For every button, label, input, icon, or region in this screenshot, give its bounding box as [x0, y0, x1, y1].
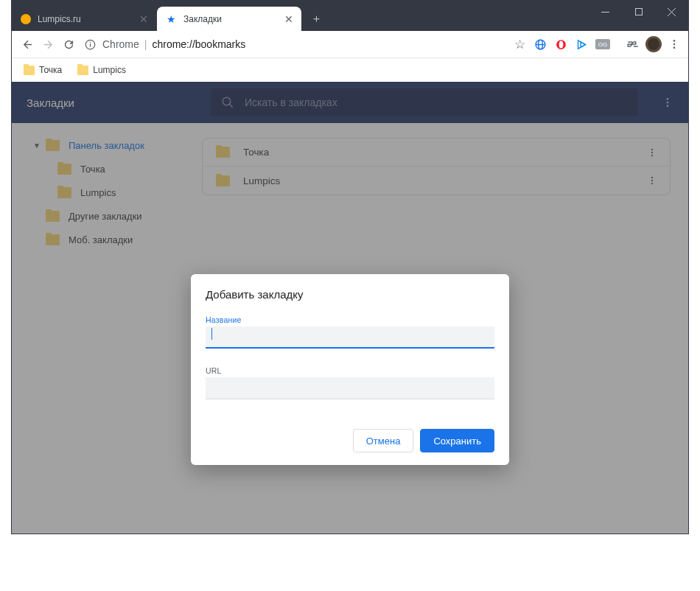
tab-title: Закладки	[183, 14, 283, 24]
svg-point-18	[673, 46, 675, 49]
bookmarks-bar-item[interactable]: Lumpics	[71, 61, 132, 79]
address-bar[interactable]: Chrome | chrome://bookmarks	[83, 34, 506, 55]
folder-icon	[24, 66, 35, 75]
window-controls	[589, 1, 688, 31]
bookmark-label: Точка	[39, 65, 62, 75]
close-icon[interactable]: ✕	[283, 13, 295, 25]
close-window-button[interactable]	[655, 1, 688, 23]
close-icon[interactable]: ✕	[138, 13, 150, 25]
profile-avatar[interactable]	[644, 35, 662, 54]
bookmarks-bar: Точка Lumpics	[12, 58, 688, 82]
svg-point-15	[648, 38, 659, 50]
save-button[interactable]: Сохранить	[420, 429, 494, 452]
maximize-button[interactable]	[622, 1, 655, 23]
extension-globe-icon[interactable]	[531, 35, 550, 54]
menu-button[interactable]	[665, 35, 683, 54]
titlebar: Lumpics.ru ✕ ★ Закладки ✕ ＋	[12, 1, 688, 31]
text-cursor	[211, 328, 212, 340]
modal-overlay: Добавить закладку Название URL Отмена Со…	[12, 82, 688, 534]
url-path: chrome://bookmarks	[152, 38, 245, 50]
toolbar-right: ☆ OG	[511, 35, 683, 54]
name-label: Название	[206, 315, 494, 324]
new-tab-button[interactable]: ＋	[307, 9, 326, 29]
svg-rect-6	[89, 41, 90, 42]
bookmarks-bar-item[interactable]: Точка	[18, 61, 68, 79]
url-input[interactable]	[206, 377, 494, 399]
dialog-title: Добавить закладку	[206, 288, 494, 301]
browser-window: Lumpics.ru ✕ ★ Закладки ✕ ＋ Chrome | chr…	[11, 0, 689, 534]
url-host: Chrome	[102, 38, 139, 50]
bookmark-label: Lumpics	[93, 65, 126, 75]
url-label: URL	[206, 366, 494, 375]
svg-point-17	[673, 43, 675, 46]
extension-play-icon[interactable]	[573, 35, 591, 54]
reload-button[interactable]	[58, 34, 79, 55]
url-separator: |	[144, 38, 147, 50]
svg-point-11	[559, 41, 564, 48]
back-button[interactable]	[17, 34, 38, 55]
site-info-icon[interactable]	[83, 38, 97, 51]
svg-rect-5	[89, 43, 90, 46]
bookmarks-app: Закладки ▼ Панель закладок Точка	[12, 82, 688, 534]
star-icon: ★	[166, 13, 177, 24]
minimize-button[interactable]	[589, 1, 622, 23]
media-control-icon[interactable]	[623, 35, 642, 54]
extension-opera-icon[interactable]	[552, 35, 570, 54]
extension-badge-icon[interactable]: OG	[593, 35, 612, 54]
favicon-orange-icon	[21, 14, 31, 24]
forward-button[interactable]	[38, 34, 58, 55]
add-bookmark-dialog: Добавить закладку Название URL Отмена Со…	[191, 274, 509, 465]
toolbar: Chrome | chrome://bookmarks ☆ OG	[12, 31, 688, 58]
cancel-button[interactable]: Отмена	[353, 429, 414, 452]
dialog-actions: Отмена Сохранить	[206, 429, 494, 452]
svg-point-16	[673, 40, 675, 42]
tab-title: Lumpics.ru	[38, 14, 138, 24]
svg-rect-1	[635, 9, 642, 15]
tab-lumpics[interactable]: Lumpics.ru ✕	[12, 7, 156, 31]
name-input[interactable]	[206, 326, 494, 349]
svg-text:OG: OG	[598, 41, 606, 48]
folder-icon	[77, 66, 88, 75]
tab-bookmarks[interactable]: ★ Закладки ✕	[157, 7, 301, 31]
bookmark-star-button[interactable]: ☆	[511, 35, 529, 54]
